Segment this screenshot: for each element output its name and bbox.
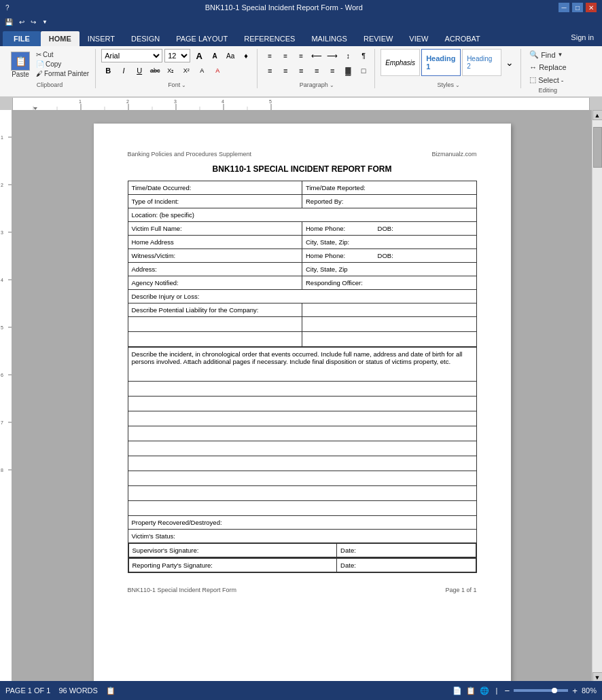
- tab-references[interactable]: REFERENCES: [236, 31, 303, 46]
- decrease-indent-button[interactable]: ⟵: [310, 49, 323, 62]
- tab-acrobat[interactable]: ACROBAT: [436, 31, 488, 46]
- bold-button[interactable]: B: [101, 64, 115, 77]
- view-mode-web-button[interactable]: 🌐: [480, 686, 489, 695]
- separator: |: [496, 686, 498, 695]
- font-group: Arial 12 A A Aa ♦ B I U abc X₂ X² A A: [97, 49, 258, 88]
- quick-access-toolbar: 💾 ↩ ↪ ▼: [0, 15, 602, 29]
- tab-review[interactable]: REVIEW: [355, 31, 401, 46]
- clear-format-button[interactable]: ♦: [239, 49, 253, 62]
- scroll-up-button[interactable]: ▲: [592, 110, 603, 120]
- table-row: [128, 317, 476, 332]
- save-quick-button[interactable]: 💾: [3, 18, 15, 26]
- empty-cell-4: [302, 332, 477, 347]
- paste-button[interactable]: 📋 Paste: [8, 50, 33, 79]
- vertical-scrollbar[interactable]: ▲ ▼: [592, 110, 602, 682]
- zoom-in-button[interactable]: +: [572, 686, 578, 696]
- victim-status-label: Victim's Status:: [128, 530, 476, 543]
- text-highlight-button[interactable]: A: [195, 64, 209, 77]
- tab-file[interactable]: FILE: [3, 31, 41, 46]
- table-row: Supervisor's Signature: Date:: [128, 544, 476, 557]
- select-button[interactable]: ⬚Select -: [527, 74, 569, 86]
- horizontal-ruler: 1 2 3 4 5: [12, 98, 590, 110]
- numbering-button[interactable]: ≡: [279, 49, 292, 62]
- font-size-select[interactable]: 12: [164, 49, 190, 62]
- font-case-button[interactable]: Aa: [224, 49, 237, 62]
- view-mode-print-button[interactable]: 📋: [466, 686, 476, 695]
- zoom-level: 80%: [582, 686, 597, 695]
- font-grow-button[interactable]: A: [192, 49, 206, 62]
- heading1-style[interactable]: Heading 1: [421, 49, 461, 76]
- tab-page-layout[interactable]: PAGE LAYOUT: [168, 31, 236, 46]
- form-table: Time/Date Occurred: Time/Date Reported: …: [128, 181, 477, 347]
- table-row: Describe Potential Liability for the Com…: [128, 303, 476, 317]
- minimize-button[interactable]: ─: [559, 3, 569, 12]
- narrative-instructions: Describe the incident, in chronological …: [128, 348, 476, 382]
- copy-button[interactable]: 📄Copy: [34, 60, 91, 69]
- justify-button[interactable]: ≡: [310, 64, 323, 77]
- font-name-select[interactable]: Arial: [101, 49, 162, 62]
- redo-button[interactable]: ↪: [29, 18, 38, 26]
- subscript-button[interactable]: X₂: [164, 64, 177, 77]
- supervisor-date-label: Date:: [337, 544, 476, 557]
- sort-button[interactable]: ↕: [341, 49, 355, 62]
- victim-phone-dob-label: Home Phone: DOB:: [302, 222, 477, 236]
- increase-indent-button[interactable]: ⟶: [325, 49, 339, 62]
- tab-home[interactable]: HOME: [41, 31, 79, 46]
- tab-design[interactable]: DESIGN: [123, 31, 168, 46]
- more-quick-button[interactable]: ▼: [40, 18, 50, 26]
- italic-button[interactable]: I: [117, 64, 130, 77]
- svg-text:2: 2: [126, 99, 129, 104]
- multilevel-button[interactable]: ≡: [294, 49, 308, 62]
- table-row: [128, 411, 476, 426]
- show-hide-button[interactable]: ¶: [357, 49, 370, 62]
- styles-scroll-button[interactable]: ⌄: [503, 56, 516, 69]
- reported-by-label: Reported By:: [302, 195, 477, 208]
- borders-button[interactable]: □: [357, 64, 370, 77]
- sign-in-link[interactable]: Sign in: [565, 31, 599, 44]
- title-bar: ? BNK110-1 Special Incident Report Form …: [0, 0, 602, 15]
- emphasis-style[interactable]: Emphasis: [380, 49, 420, 76]
- reporting-sig-table: Reporting Party's Signature: Date:: [128, 558, 476, 572]
- scroll-track[interactable]: [592, 120, 603, 672]
- svg-text:3: 3: [174, 99, 177, 104]
- find-button[interactable]: 🔍Find▼: [527, 49, 569, 60]
- align-right-button[interactable]: ≡: [294, 64, 308, 77]
- heading2-style[interactable]: Heading 2: [462, 49, 501, 76]
- line-spacing-button[interactable]: ≡: [325, 64, 339, 77]
- city-state-zip2-label: City, State, Zip: [302, 263, 477, 276]
- tab-insert[interactable]: INSERT: [79, 31, 123, 46]
- word-count: 96 WORDS: [58, 686, 97, 695]
- scroll-thumb[interactable]: [593, 127, 602, 168]
- underline-button[interactable]: U: [132, 64, 146, 77]
- table-row: Location: (be specific): [128, 208, 476, 222]
- align-center-button[interactable]: ≡: [279, 64, 292, 77]
- superscript-button[interactable]: X²: [179, 64, 193, 77]
- zoom-slider[interactable]: [514, 689, 568, 692]
- signature-table: Supervisor's Signature: Date:: [128, 543, 476, 557]
- zoom-out-button[interactable]: −: [504, 686, 510, 696]
- table-row: Reporting Party's Signature: Date:: [128, 559, 476, 572]
- view-mode-read-button[interactable]: 📄: [453, 686, 462, 695]
- bullets-button[interactable]: ≡: [263, 49, 277, 62]
- table-row: Victim Full Name: Home Phone: DOB:: [128, 222, 476, 236]
- replace-button[interactable]: ↔Replace: [527, 62, 569, 73]
- document-area: 1 2 3 4 5 6 7 8 Banking Policies and Pro…: [0, 110, 602, 682]
- format-painter-button[interactable]: 🖌Format Painter: [34, 69, 91, 78]
- paragraph-group-label: Paragraph ⌄: [300, 81, 334, 88]
- paragraph-group: ≡ ≡ ≡ ⟵ ⟶ ↕ ¶ ≡ ≡ ≡ ≡ ≡ ▓ □ Paragraph ⌄: [259, 49, 375, 88]
- align-left-button[interactable]: ≡: [263, 64, 277, 77]
- shading-button[interactable]: ▓: [341, 64, 355, 77]
- cut-button[interactable]: ✂Cut: [34, 50, 91, 59]
- tab-mailings[interactable]: MAILINGS: [303, 31, 355, 46]
- tab-view[interactable]: VIEW: [401, 31, 436, 46]
- svg-text:8: 8: [1, 468, 3, 473]
- font-color-button[interactable]: A: [211, 64, 224, 77]
- font-shrink-button[interactable]: A: [208, 49, 222, 62]
- ribbon-tabs: FILE HOME INSERT DESIGN PAGE LAYOUT REFE…: [0, 29, 602, 46]
- strikethrough-button[interactable]: abc: [148, 64, 162, 77]
- footer-left: BNK110-1 Special Incident Report Form: [128, 587, 237, 593]
- svg-text:1: 1: [1, 135, 3, 140]
- undo-button[interactable]: ↩: [17, 18, 26, 26]
- maximize-button[interactable]: □: [572, 3, 583, 12]
- close-button[interactable]: ✕: [586, 3, 597, 12]
